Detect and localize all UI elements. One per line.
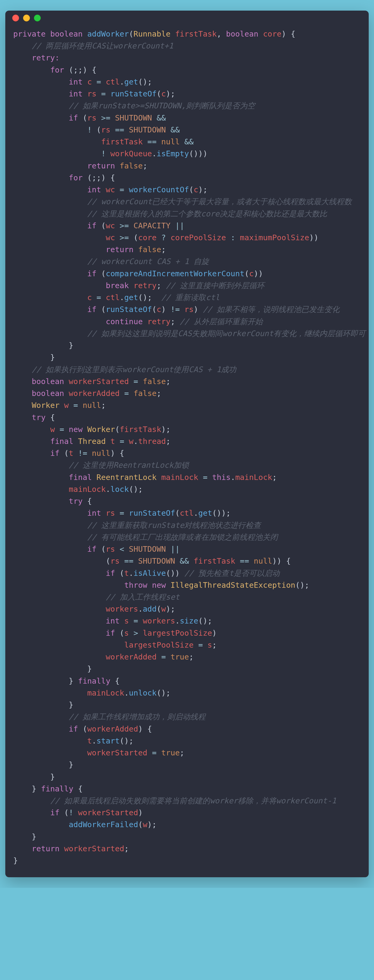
kw-new: new: [69, 425, 83, 434]
fn: runStateOf: [129, 509, 175, 517]
kw-private: private: [13, 29, 46, 38]
type-int: int: [106, 616, 119, 625]
type: Worker: [87, 425, 115, 434]
param-firstTask: firstTask: [175, 29, 216, 38]
kw-finally: finally: [78, 676, 110, 686]
var: workQueue: [110, 149, 152, 158]
type-int: int: [87, 185, 101, 194]
kw-if: if: [87, 544, 96, 554]
fn: get: [124, 293, 138, 302]
comment: // 预先检查t是否可以启动: [185, 569, 280, 578]
op: >=: [120, 233, 129, 242]
var: firstTask: [194, 557, 235, 565]
comment: // 有可能线程工厂出现故障或者在加锁之前线程池关闭: [87, 533, 278, 542]
op: !: [101, 149, 106, 158]
op: =: [60, 425, 64, 434]
fn: isEmpty: [156, 149, 189, 158]
op: !: [69, 808, 73, 817]
comment: // 这里直接中断到外层循环: [166, 281, 264, 290]
var: wc: [106, 233, 115, 242]
fn: runStateOf: [110, 89, 157, 98]
kw-if: if: [106, 628, 115, 638]
kw-try: try: [69, 496, 83, 506]
op: =: [134, 377, 138, 386]
comment: // 如果工作线程增加成功，则启动线程: [69, 712, 205, 721]
comment: // 这里是根据传入的第二个参数core决定是和核心数比还是最大数比: [87, 209, 327, 218]
false: false: [120, 161, 143, 170]
this: this: [212, 473, 231, 482]
var: ctl: [180, 509, 194, 517]
comment: // 如果最后线程启动失败则需要将当前创建的worker移除，并将workerC…: [50, 796, 336, 805]
var: t: [87, 736, 92, 745]
op: ||: [170, 544, 180, 554]
null: null: [161, 137, 180, 146]
close-icon[interactable]: [12, 14, 19, 21]
op: =: [120, 437, 124, 446]
op: &&: [180, 557, 189, 565]
fn: lock: [110, 485, 129, 494]
op: !=: [78, 449, 87, 458]
var: workerAdded: [106, 652, 156, 661]
type: Worker: [32, 401, 60, 410]
kw-final: final: [69, 473, 92, 482]
var: workerAdded: [87, 724, 138, 733]
kw-final: final: [50, 437, 73, 446]
var: largestPoolSize: [143, 628, 212, 638]
var: c: [156, 305, 161, 314]
op: =: [161, 652, 166, 661]
var: firstTask: [120, 425, 161, 434]
fn: isAlive: [134, 569, 166, 578]
label: retry: [134, 281, 156, 290]
op: =: [198, 640, 203, 649]
type: IllegalThreadStateException: [170, 581, 295, 590]
fn: start: [96, 736, 119, 745]
minimize-icon[interactable]: [23, 14, 30, 21]
op: ||: [175, 221, 185, 230]
var: corePoolSize: [170, 233, 226, 242]
const: SHUTDOWN: [115, 113, 152, 123]
var: mainLock: [87, 688, 124, 697]
kw-finally: finally: [41, 784, 73, 793]
var: c: [249, 269, 253, 278]
op: :: [231, 233, 235, 242]
kw-try: try: [32, 413, 46, 422]
kw: boolean: [32, 377, 64, 386]
param-core: core: [263, 29, 282, 38]
var: rs: [87, 89, 96, 98]
var: s: [124, 616, 129, 625]
var: workerStarted: [78, 808, 138, 817]
var: t: [124, 569, 129, 578]
var: mainLock: [69, 485, 106, 494]
op: ?: [161, 233, 166, 242]
kw-if: if: [87, 221, 96, 230]
maximize-icon[interactable]: [34, 14, 41, 21]
kw-for: for: [50, 65, 64, 75]
comment: // 这里重新获取runState对线程池状态进行检查: [87, 521, 261, 530]
var-c: c: [87, 77, 92, 86]
fn-addWorker: addWorker: [87, 29, 129, 38]
kw-boolean2: boolean: [226, 29, 258, 38]
kw-if: if: [50, 449, 60, 458]
window-titlebar: [5, 11, 369, 25]
var: wc: [106, 185, 115, 194]
op: =: [120, 509, 124, 517]
type: Thread: [78, 437, 106, 446]
var: t: [69, 449, 73, 458]
op: ==: [147, 137, 156, 146]
false: false: [138, 245, 161, 254]
kw-if: if: [106, 569, 115, 578]
code-window: private boolean addWorker(Runnable first…: [5, 11, 369, 877]
const: SHUTDOWN: [138, 557, 175, 565]
var: workerStarted: [64, 844, 124, 853]
kw-return: return: [106, 245, 134, 254]
var: workers: [106, 605, 138, 613]
null: null: [92, 449, 110, 458]
var: maximumPoolSize: [240, 233, 309, 242]
var: w: [161, 605, 166, 613]
type-int: int: [69, 89, 83, 98]
kw-return: return: [32, 844, 60, 853]
true: true: [161, 748, 180, 757]
op: ==: [240, 557, 249, 565]
op: =: [152, 748, 156, 757]
op: >=: [101, 113, 110, 123]
